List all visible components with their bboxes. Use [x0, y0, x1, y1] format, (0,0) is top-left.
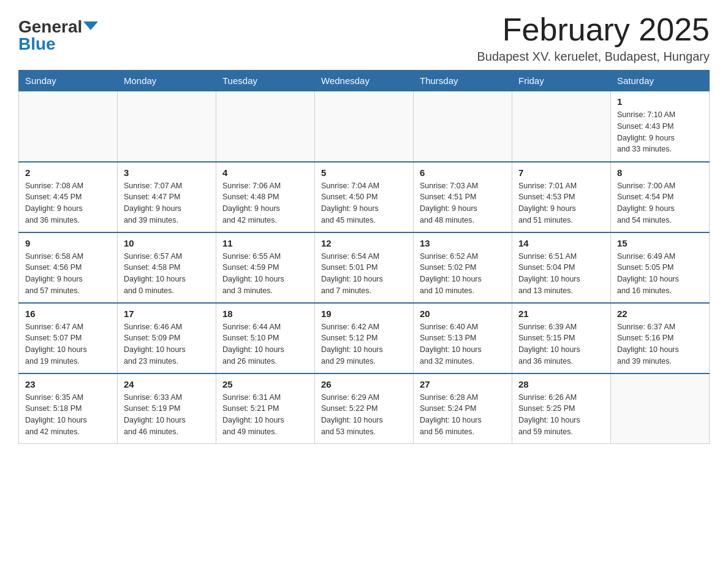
day-info: Sunrise: 7:01 AM Sunset: 4:53 PM Dayligh…: [518, 180, 604, 226]
day-info: Sunrise: 6:52 AM Sunset: 5:02 PM Dayligh…: [420, 251, 506, 297]
calendar-cell: [118, 91, 216, 162]
calendar-cell: 2Sunrise: 7:08 AM Sunset: 4:45 PM Daylig…: [19, 162, 118, 232]
day-info: Sunrise: 6:33 AM Sunset: 5:19 PM Dayligh…: [124, 392, 210, 438]
calendar-cell: 14Sunrise: 6:51 AM Sunset: 5:04 PM Dayli…: [512, 232, 611, 303]
calendar-cell: 12Sunrise: 6:54 AM Sunset: 5:01 PM Dayli…: [315, 232, 414, 303]
calendar-cell: 16Sunrise: 6:47 AM Sunset: 5:07 PM Dayli…: [19, 303, 118, 373]
day-info: Sunrise: 7:06 AM Sunset: 4:48 PM Dayligh…: [222, 180, 308, 226]
day-number: 19: [321, 308, 407, 319]
day-number: 4: [222, 167, 308, 178]
day-number: 27: [420, 379, 506, 389]
weekday-header-friday: Friday: [512, 71, 611, 91]
calendar-cell: 24Sunrise: 6:33 AM Sunset: 5:19 PM Dayli…: [118, 373, 216, 444]
calendar-cell: [414, 91, 512, 162]
calendar-cell: [19, 91, 118, 162]
day-info: Sunrise: 6:39 AM Sunset: 5:15 PM Dayligh…: [518, 321, 604, 367]
day-info: Sunrise: 7:04 AM Sunset: 4:50 PM Dayligh…: [321, 180, 407, 226]
day-number: 9: [25, 238, 111, 248]
calendar-cell: 5Sunrise: 7:04 AM Sunset: 4:50 PM Daylig…: [315, 162, 414, 232]
day-info: Sunrise: 6:58 AM Sunset: 4:56 PM Dayligh…: [25, 251, 111, 297]
logo-general-text: General: [18, 18, 82, 36]
calendar-cell: 22Sunrise: 6:37 AM Sunset: 5:16 PM Dayli…: [611, 303, 710, 373]
calendar-cell: 6Sunrise: 7:03 AM Sunset: 4:51 PM Daylig…: [414, 162, 512, 232]
day-info: Sunrise: 6:47 AM Sunset: 5:07 PM Dayligh…: [25, 321, 111, 367]
day-info: Sunrise: 6:51 AM Sunset: 5:04 PM Dayligh…: [518, 251, 604, 297]
calendar-week-1: 1Sunrise: 7:10 AM Sunset: 4:43 PM Daylig…: [19, 91, 710, 162]
calendar-cell: 11Sunrise: 6:55 AM Sunset: 4:59 PM Dayli…: [216, 232, 315, 303]
day-number: 8: [617, 167, 703, 178]
weekday-header-monday: Monday: [118, 71, 216, 91]
day-info: Sunrise: 7:07 AM Sunset: 4:47 PM Dayligh…: [124, 180, 210, 226]
day-info: Sunrise: 6:44 AM Sunset: 5:10 PM Dayligh…: [222, 321, 308, 367]
location: Budapest XV. keruelet, Budapest, Hungary: [477, 50, 710, 64]
calendar-cell: [512, 91, 611, 162]
calendar-cell: 13Sunrise: 6:52 AM Sunset: 5:02 PM Dayli…: [414, 232, 512, 303]
calendar-cell: 17Sunrise: 6:46 AM Sunset: 5:09 PM Dayli…: [118, 303, 216, 373]
day-info: Sunrise: 7:00 AM Sunset: 4:54 PM Dayligh…: [617, 180, 703, 226]
day-number: 17: [124, 308, 210, 319]
weekday-header-thursday: Thursday: [414, 71, 512, 91]
day-number: 13: [420, 238, 506, 248]
calendar-cell: 18Sunrise: 6:44 AM Sunset: 5:10 PM Dayli…: [216, 303, 315, 373]
day-number: 22: [617, 308, 703, 319]
day-info: Sunrise: 6:42 AM Sunset: 5:12 PM Dayligh…: [321, 321, 407, 367]
calendar-cell: [611, 373, 710, 444]
day-info: Sunrise: 6:54 AM Sunset: 5:01 PM Dayligh…: [321, 251, 407, 297]
day-info: Sunrise: 6:46 AM Sunset: 5:09 PM Dayligh…: [124, 321, 210, 367]
calendar-cell: [216, 91, 315, 162]
day-number: 5: [321, 167, 407, 178]
day-info: Sunrise: 7:10 AM Sunset: 4:43 PM Dayligh…: [617, 109, 703, 155]
day-number: 20: [420, 308, 506, 319]
day-number: 12: [321, 238, 407, 248]
day-info: Sunrise: 6:37 AM Sunset: 5:16 PM Dayligh…: [617, 321, 703, 367]
calendar-week-5: 23Sunrise: 6:35 AM Sunset: 5:18 PM Dayli…: [19, 373, 710, 444]
calendar-cell: 9Sunrise: 6:58 AM Sunset: 4:56 PM Daylig…: [19, 232, 118, 303]
day-info: Sunrise: 6:49 AM Sunset: 5:05 PM Dayligh…: [617, 251, 703, 297]
weekday-header-saturday: Saturday: [611, 71, 710, 91]
calendar-cell: 25Sunrise: 6:31 AM Sunset: 5:21 PM Dayli…: [216, 373, 315, 444]
day-info: Sunrise: 6:29 AM Sunset: 5:22 PM Dayligh…: [321, 392, 407, 438]
day-info: Sunrise: 6:55 AM Sunset: 4:59 PM Dayligh…: [222, 251, 308, 297]
logo-blue-text: Blue: [18, 36, 56, 53]
calendar-cell: [315, 91, 414, 162]
calendar-week-2: 2Sunrise: 7:08 AM Sunset: 4:45 PM Daylig…: [19, 162, 710, 232]
day-info: Sunrise: 7:03 AM Sunset: 4:51 PM Dayligh…: [420, 180, 506, 226]
calendar-cell: 7Sunrise: 7:01 AM Sunset: 4:53 PM Daylig…: [512, 162, 611, 232]
day-info: Sunrise: 6:40 AM Sunset: 5:13 PM Dayligh…: [420, 321, 506, 367]
logo: General Blue: [18, 18, 98, 53]
calendar-cell: 19Sunrise: 6:42 AM Sunset: 5:12 PM Dayli…: [315, 303, 414, 373]
day-number: 3: [124, 167, 210, 178]
day-info: Sunrise: 6:35 AM Sunset: 5:18 PM Dayligh…: [25, 392, 111, 438]
month-title: February 2025: [477, 12, 710, 47]
day-number: 7: [518, 167, 604, 178]
calendar-cell: 27Sunrise: 6:28 AM Sunset: 5:24 PM Dayli…: [414, 373, 512, 444]
weekday-header-wednesday: Wednesday: [315, 71, 414, 91]
day-info: Sunrise: 7:08 AM Sunset: 4:45 PM Dayligh…: [25, 180, 111, 226]
day-number: 26: [321, 379, 407, 389]
day-number: 28: [518, 379, 604, 389]
calendar-cell: 23Sunrise: 6:35 AM Sunset: 5:18 PM Dayli…: [19, 373, 118, 444]
calendar-cell: 15Sunrise: 6:49 AM Sunset: 5:05 PM Dayli…: [611, 232, 710, 303]
calendar-cell: 8Sunrise: 7:00 AM Sunset: 4:54 PM Daylig…: [611, 162, 710, 232]
day-number: 10: [124, 238, 210, 248]
title-block: February 2025 Budapest XV. keruelet, Bud…: [477, 12, 710, 64]
day-number: 23: [25, 379, 111, 389]
day-number: 18: [222, 308, 308, 319]
day-number: 6: [420, 167, 506, 178]
day-info: Sunrise: 6:31 AM Sunset: 5:21 PM Dayligh…: [222, 392, 308, 438]
day-number: 1: [617, 96, 703, 107]
calendar-table: SundayMondayTuesdayWednesdayThursdayFrid…: [18, 70, 710, 444]
day-number: 2: [25, 167, 111, 178]
calendar-week-4: 16Sunrise: 6:47 AM Sunset: 5:07 PM Dayli…: [19, 303, 710, 373]
calendar-cell: 10Sunrise: 6:57 AM Sunset: 4:58 PM Dayli…: [118, 232, 216, 303]
calendar-cell: 3Sunrise: 7:07 AM Sunset: 4:47 PM Daylig…: [118, 162, 216, 232]
calendar-header-row: SundayMondayTuesdayWednesdayThursdayFrid…: [19, 71, 710, 91]
day-info: Sunrise: 6:28 AM Sunset: 5:24 PM Dayligh…: [420, 392, 506, 438]
day-number: 24: [124, 379, 210, 389]
calendar-cell: 21Sunrise: 6:39 AM Sunset: 5:15 PM Dayli…: [512, 303, 611, 373]
calendar-week-3: 9Sunrise: 6:58 AM Sunset: 4:56 PM Daylig…: [19, 232, 710, 303]
day-number: 14: [518, 238, 604, 248]
day-number: 16: [25, 308, 111, 319]
calendar-cell: 1Sunrise: 7:10 AM Sunset: 4:43 PM Daylig…: [611, 91, 710, 162]
page-header: General Blue February 2025 Budapest XV. …: [18, 12, 710, 64]
